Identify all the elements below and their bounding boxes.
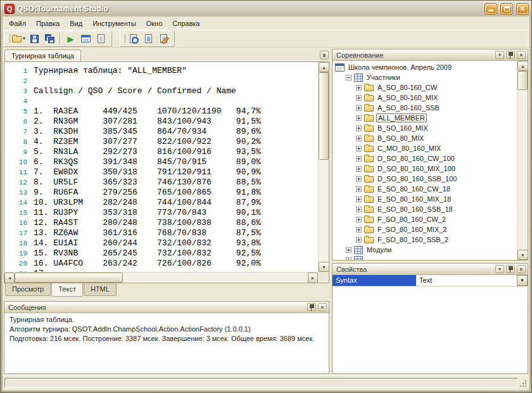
tree-item-category[interactable]: ALL_MEMBER [335, 113, 517, 123]
competition-close-button[interactable]: × [517, 51, 526, 59]
tree-item-partial[interactable] [335, 255, 517, 260]
scroll-down-arrow[interactable]: ▼ [517, 250, 528, 260]
messages-panel-header[interactable]: Сообщения × [4, 302, 329, 313]
tree-item-category[interactable]: B_SO_160_MIX [335, 123, 517, 133]
scroll-right-arrow[interactable]: ► [308, 273, 318, 283]
preview-view-button[interactable] [126, 32, 141, 46]
build-button[interactable] [79, 32, 93, 46]
tree-root-item[interactable]: Школа чемпионов. Апрель 2009 [335, 62, 517, 72]
document-close-button[interactable]: × [320, 51, 329, 60]
expand-expander-icon[interactable] [356, 156, 362, 162]
open-button[interactable]: ▾ [11, 32, 27, 46]
tree-item-category[interactable]: D_SO_80_160_SSB_100 [335, 174, 517, 184]
tree-item-category[interactable]: A_SO_80-160_CW [335, 82, 517, 93]
resize-grip[interactable] [519, 380, 528, 388]
property-value-field[interactable]: Text [416, 275, 517, 286]
expand-expander-icon[interactable] [356, 227, 362, 233]
dropdown-button[interactable]: ▼ [517, 275, 528, 286]
properties-panel-header[interactable]: Свойства ▾ × [332, 264, 528, 275]
competition-panel-title: Соревнование [336, 51, 493, 59]
editor-horizontal-scrollbar[interactable]: ◄ ► [4, 272, 318, 283]
menu-item[interactable]: Файл [4, 18, 31, 29]
scroll-left-arrow[interactable]: ◄ [4, 273, 15, 283]
tree-item-category[interactable]: F_SO_80_160_CW_2 [335, 214, 517, 224]
messages-close-button[interactable]: × [318, 303, 327, 311]
close-icon: × [520, 5, 524, 13]
expand-expander-icon[interactable] [356, 136, 362, 141]
horizontal-scroll-thumb[interactable] [15, 273, 123, 283]
vertical-scroll-track[interactable] [319, 72, 329, 262]
expand-expander-icon[interactable] [356, 95, 362, 101]
scroll-up-arrow[interactable]: ▲ [319, 62, 329, 72]
property-row[interactable]: Syntax Text ▼ [332, 275, 528, 287]
expand-expander-icon[interactable] [356, 217, 362, 222]
expand-expander-icon[interactable] [356, 126, 362, 131]
maximize-button[interactable] [501, 4, 512, 14]
expand-expander-icon[interactable] [356, 186, 362, 192]
minimize-button[interactable] [485, 4, 497, 14]
text-view-button[interactable] [141, 32, 156, 46]
tree-item-category[interactable]: F_SO_80_160_SSB_2 [335, 235, 517, 245]
menu-item[interactable]: Справка [167, 18, 205, 29]
html-view-button[interactable] [156, 32, 171, 46]
tree-vertical-scrollbar[interactable]: ▲ ▼ [517, 61, 528, 260]
tree-scroll-track[interactable] [517, 71, 528, 250]
competition-panel-header[interactable]: Соревнование ▾ × [332, 49, 528, 61]
horizontal-scroll-track[interactable] [15, 273, 308, 283]
collapse-expander-icon[interactable] [346, 75, 352, 81]
menu-item[interactable]: Правка [31, 18, 65, 29]
expand-expander-icon[interactable] [356, 207, 362, 212]
tree-item-category[interactable]: A_SO_80-160_SSB [335, 103, 517, 113]
tree-item-category[interactable]: E_SO_80_160_CW_18 [335, 184, 517, 194]
tree-item-category[interactable]: D_SO_80_160_CW_100 [335, 153, 517, 164]
messages-panel-title: Сообщения [8, 304, 305, 311]
view-tab[interactable]: Текст [51, 283, 83, 297]
tree-item-participants[interactable]: Участники [335, 72, 517, 82]
expand-expander-icon[interactable] [346, 257, 352, 261]
close-button[interactable]: × [517, 4, 528, 14]
tree-scroll-thumb[interactable] [517, 71, 528, 90]
pin-button[interactable] [506, 265, 515, 273]
expand-expander-icon[interactable] [356, 166, 362, 172]
scroll-down-arrow[interactable]: ▼ [319, 262, 329, 272]
tree-item-category[interactable]: C_MO_80_160_MIX [335, 143, 517, 153]
chevron-down-icon[interactable]: ▾ [23, 36, 25, 41]
tree-item-category[interactable]: F_SO_80_160_MIX_2 [335, 224, 517, 235]
menu-item[interactable]: Окно [141, 18, 168, 29]
report-button[interactable] [94, 32, 108, 46]
pin-button[interactable] [307, 303, 316, 311]
panel-menu-button[interactable]: ▾ [495, 265, 504, 273]
message-line: Турнирная таблица. [10, 315, 324, 325]
editor-text-area[interactable]: 1 Турнирная таблица: "ALL_MEMBER" 2 [4, 62, 318, 272]
vertical-scroll-thumb[interactable] [319, 72, 329, 160]
tree-item-category[interactable]: B_SO_80_MIX [335, 133, 517, 143]
tree-item-category[interactable]: E_SO_80_160_SSB_18 [335, 204, 517, 214]
expand-expander-icon[interactable] [356, 105, 362, 111]
scroll-up-arrow[interactable]: ▲ [517, 61, 528, 71]
save-all-button[interactable] [42, 32, 57, 46]
menu-item[interactable]: Инструменты [87, 18, 141, 29]
tree-item-category[interactable]: E_SO_80_160_MIX_18 [335, 194, 517, 204]
expand-expander-icon[interactable] [356, 176, 362, 182]
view-tab[interactable]: HTML [84, 283, 117, 296]
expand-expander-icon[interactable] [356, 146, 362, 151]
tree-item-category[interactable]: D_SO_80_160_MIX_100 [335, 164, 517, 174]
line-number: 6 [4, 117, 34, 127]
expand-expander-icon[interactable] [356, 196, 362, 202]
view-tab[interactable]: Просмотр [5, 283, 51, 296]
expand-expander-icon[interactable] [356, 237, 362, 243]
panel-menu-button[interactable]: ▾ [495, 51, 504, 59]
run-button[interactable]: ▶ [63, 32, 78, 46]
editor-vertical-scrollbar[interactable]: ▲ ▼ [318, 62, 329, 272]
tree-item-modules[interactable]: Модули [335, 245, 517, 255]
expand-expander-icon[interactable] [346, 247, 352, 253]
tab-tournament-table[interactable]: Турнирная таблица [4, 49, 81, 61]
pin-button[interactable] [506, 51, 515, 59]
save-button[interactable] [27, 32, 42, 46]
tree-item-category[interactable]: A_SO_80-160_MIX [335, 93, 517, 103]
title-bar[interactable]: Q QSO:Tournament Studio × [3, 3, 529, 16]
expand-expander-icon[interactable] [356, 115, 362, 121]
expand-expander-icon[interactable] [356, 85, 362, 91]
properties-close-button[interactable]: × [517, 265, 526, 273]
menu-item[interactable]: Вид [65, 18, 87, 29]
